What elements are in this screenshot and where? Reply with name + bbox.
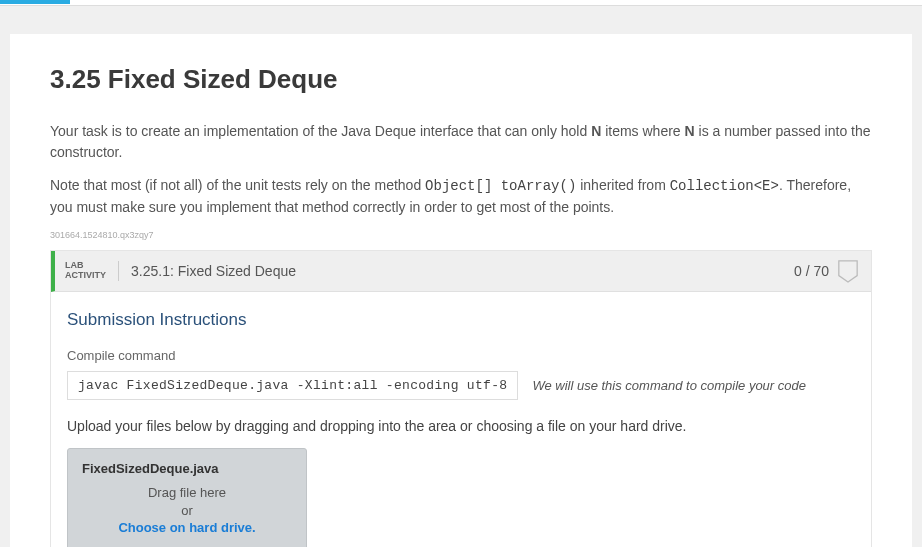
text: Your task is to create an implementation… [50,123,591,139]
file-drop-zone[interactable]: FixedSizedDeque.java Drag file here or C… [67,448,307,547]
intro-paragraph-2: Note that most (if not all) of the unit … [50,175,872,218]
compile-note: We will use this command to compile your… [532,378,806,393]
lab-title: 3.25.1: Fixed Sized Deque [119,263,296,279]
page-container: 3.25 Fixed Sized Deque Your task is to c… [10,34,912,547]
choose-on-hard-drive-link[interactable]: Choose on hard drive. [82,520,292,535]
tiny-id: 301664.1524810.qx3zqy7 [50,230,872,240]
drag-file-text: Drag file here [82,484,292,502]
page-title: 3.25 Fixed Sized Deque [50,64,872,95]
progress-fill [0,0,70,4]
or-text: or [82,502,292,520]
lab-points: 0 / 70 [794,263,837,279]
lab-box: LAB ACTIVITY 3.25.1: Fixed Sized Deque 0… [50,250,872,547]
top-progress-bar [0,0,922,6]
intro-paragraph-1: Your task is to create an implementation… [50,121,872,163]
bold-n-2: N [685,123,695,139]
submission-heading: Submission Instructions [67,310,855,330]
upload-instruction: Upload your files below by dragging and … [67,418,855,434]
lab-body: Submission Instructions Compile command … [51,292,871,547]
compile-row: javac FixedSizedDeque.java -Xlint:all -e… [67,371,855,400]
text: Note that most (if not all) of the unit … [50,177,425,193]
lab-label-line2: ACTIVITY [65,271,106,281]
lab-activity-label: LAB ACTIVITY [65,261,119,281]
code-toarray: Object[] toArray() [425,178,576,194]
text: items where [601,123,684,139]
shield-icon [837,259,859,283]
text: inherited from [576,177,669,193]
compile-command-box: javac FixedSizedDeque.java -Xlint:all -e… [67,371,518,400]
compile-command-label: Compile command [67,348,855,363]
lab-header: LAB ACTIVITY 3.25.1: Fixed Sized Deque 0… [51,251,871,292]
bold-n-1: N [591,123,601,139]
drop-filename: FixedSizedDeque.java [82,461,292,476]
code-collection: Collection<E> [670,178,779,194]
